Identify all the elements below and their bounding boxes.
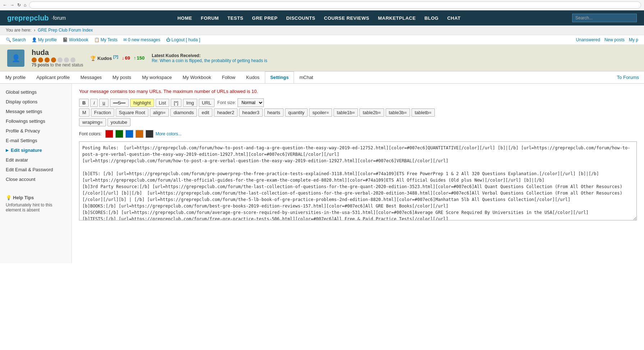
table1b-button[interactable]: table1b= [334, 108, 358, 117]
youtube-button[interactable]: youtube [107, 118, 130, 126]
tab-mchat[interactable]: mChat [294, 71, 318, 83]
m-button[interactable]: M [79, 108, 89, 117]
quantity-button[interactable]: quantity [285, 108, 308, 117]
dot-5 [58, 57, 63, 62]
top-bar: greprepclub ·forum HOME FORUM TESTS GRE … [0, 10, 644, 25]
align-button[interactable]: align= [150, 108, 169, 117]
nav-blog[interactable]: BLOG [424, 15, 439, 21]
kudos-received: ↑ 150 [134, 55, 144, 61]
color-swatch-orange[interactable] [135, 130, 143, 138]
color-swatch-red[interactable] [105, 130, 113, 138]
color-swatch-green[interactable] [115, 130, 123, 138]
hearts-button[interactable]: hearts [264, 108, 284, 117]
header3-button[interactable]: header3 [239, 108, 263, 117]
kudos-tooltip-icon[interactable]: [?] [113, 55, 118, 59]
toolbar-row-1: B i u —S— highlight List [*] Img URL Fon… [79, 98, 637, 107]
strikethrough-button[interactable]: —S— [110, 99, 129, 107]
img-button[interactable]: Img [183, 99, 197, 107]
latest-kudos-link[interactable]: Re: When a coin is flipped, the probabil… [152, 58, 267, 63]
editor-textarea[interactable] [79, 141, 637, 220]
highlight-button[interactable]: highlight [130, 99, 154, 107]
my-p-link[interactable]: My p [629, 37, 638, 42]
logout-link[interactable]: ⏻ Logout [ huda ] [166, 37, 200, 42]
tab-applicant-profile[interactable]: Applicant profile [31, 71, 75, 83]
tab-settings[interactable]: Settings [265, 71, 294, 83]
dot-2 [38, 57, 43, 62]
wrapimg-button[interactable]: wrapimg= [79, 118, 106, 126]
sidebar-item-followings-settings[interactable]: Followings settings [0, 116, 72, 126]
list-button[interactable]: List [156, 99, 169, 107]
nav-marketplace[interactable]: MARKETPLACE [378, 15, 416, 21]
tab-my-workspace[interactable]: My workspace [137, 71, 177, 83]
sidebar-item-email-settings[interactable]: E-mail Settings [0, 136, 72, 145]
color-swatch-dark[interactable] [146, 130, 153, 138]
fraction-button[interactable]: Fraction [91, 108, 114, 117]
profile-info: huda 75 posts to the next status [32, 48, 83, 67]
tab-my-profile[interactable]: My profile [0, 71, 31, 83]
nav-search-input[interactable] [572, 14, 637, 22]
edit-button[interactable]: edit [198, 108, 212, 117]
list-item-button[interactable]: [*] [171, 99, 181, 107]
breadcrumb: You are here: › GRE Prep Club Forum Inde… [0, 25, 644, 35]
underline-button[interactable]: u [99, 99, 108, 107]
diamonds-button[interactable]: diamonds [170, 108, 197, 117]
search-link[interactable]: 🔍 Search [6, 37, 26, 42]
warning-message: Your message contains too many URLs. The… [79, 89, 637, 94]
sidebar-item-profile-privacy[interactable]: Profile & Privacy [0, 126, 72, 136]
tab-follow[interactable]: Follow [216, 71, 241, 83]
new-posts-link[interactable]: New posts [604, 37, 625, 42]
my-profile-link[interactable]: 👤 My profile [32, 37, 57, 42]
refresh-icon[interactable]: ↻ [17, 3, 21, 8]
sidebar-help-title: 💡 Help Tips [6, 195, 66, 200]
tab-messages[interactable]: Messages [75, 71, 107, 83]
dot-7 [70, 57, 75, 62]
sidebar: Global settings Display options Message … [0, 84, 72, 263]
nav-discounts[interactable]: DISCOUNTS [286, 15, 315, 21]
header2-button[interactable]: header2 [214, 108, 238, 117]
sidebar-item-edit-email-password[interactable]: Edit Email & Password [0, 165, 72, 174]
nav-chat[interactable]: CHAT [447, 15, 460, 21]
sidebar-item-close-account[interactable]: Close account [0, 174, 72, 184]
table3b-button[interactable]: table3b= [386, 108, 410, 117]
sidebar-item-edit-signature[interactable]: Edit signature [0, 145, 72, 155]
breadcrumb-link[interactable]: GRE Prep Club Forum Index [38, 28, 93, 33]
table2b-button[interactable]: table2b= [359, 108, 384, 117]
nav-tests[interactable]: TESTS [227, 15, 243, 21]
url-button[interactable]: URL [199, 99, 215, 107]
back-icon[interactable]: ← [3, 3, 7, 8]
workbook-link[interactable]: 📓 Workbook [63, 37, 88, 42]
tab-to-forums[interactable]: To Forums [612, 72, 644, 83]
tab-my-workbook[interactable]: My Workbook [177, 71, 216, 83]
profile-header: 👤 huda 75 posts to the next status 🏆 Kud… [0, 45, 644, 71]
tab-kudos[interactable]: Kudos [241, 71, 265, 83]
tabletb-button[interactable]: tabletb= [411, 108, 435, 117]
square-root-button[interactable]: Square Root [116, 108, 148, 117]
home-icon[interactable]: ⌂ [24, 3, 26, 8]
dot-3 [45, 57, 50, 62]
sidebar-item-message-settings[interactable]: Message settings [0, 107, 72, 116]
my-tests-link[interactable]: 📋 My Tests [94, 37, 118, 42]
nav-forum[interactable]: FORUM [201, 15, 219, 21]
kudos-given: ↓ 69 [122, 55, 130, 61]
tab-my-posts[interactable]: My posts [107, 71, 137, 83]
unanswered-link[interactable]: Unanswered [576, 37, 600, 42]
profile-name: huda [32, 48, 83, 57]
sidebar-item-global-settings[interactable]: Global settings [0, 87, 72, 97]
nav-course-reviews[interactable]: COURSE REVIEWS [324, 15, 369, 21]
nav-home[interactable]: HOME [178, 15, 192, 21]
color-palette: Font colors: More colors... [79, 130, 637, 138]
spoiler-button[interactable]: spoiler= [309, 108, 332, 117]
more-colors-link[interactable]: More colors... [156, 131, 182, 136]
sidebar-item-display-options[interactable]: Display options [0, 97, 72, 107]
sidebar-item-edit-avatar[interactable]: Edit avatar [0, 155, 72, 165]
nav-gre-prep[interactable]: GRE PREP [252, 15, 277, 21]
rating-dots [32, 57, 83, 62]
bold-button[interactable]: B [79, 99, 89, 107]
font-size-select[interactable]: Normal Small Large Huge [238, 98, 264, 107]
forward-icon[interactable]: → [10, 3, 14, 8]
italic-button[interactable]: i [90, 99, 98, 107]
messages-link[interactable]: ✉ 0 new messages [123, 37, 160, 42]
toolbar-row-2: M Fraction Square Root align= diamonds e… [79, 108, 637, 117]
url-bar[interactable]: greprepclub.com/forum/ucp.php?i=profile&… [29, 1, 641, 9]
color-swatch-blue[interactable] [125, 130, 133, 138]
